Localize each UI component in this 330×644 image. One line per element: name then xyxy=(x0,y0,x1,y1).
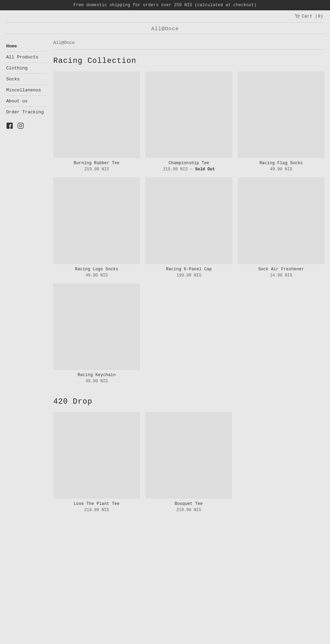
banner-text: Free domestic shipping for orders over 2… xyxy=(74,3,257,8)
product-name: Bouquet Tee xyxy=(145,501,232,506)
main-content: All@Once Racing CollectionBurning Rubber… xyxy=(53,37,330,536)
product-price: 49.90 NIS xyxy=(53,273,140,278)
product-name: Championship Tee xyxy=(145,161,232,166)
svg-point-0 xyxy=(297,18,297,19)
sidebar-item-socks[interactable]: Socks xyxy=(6,74,47,85)
product-card[interactable]: Love The Plant Tee219.90 NIS xyxy=(53,412,140,512)
nav-area: Home All Products Clothing Socks Miscell… xyxy=(0,34,330,536)
logo-top: All@Once xyxy=(6,22,324,34)
product-price: 219.90 NIS xyxy=(53,508,140,512)
svg-rect-2 xyxy=(18,123,23,128)
product-image xyxy=(53,412,140,499)
collection-title-1: 420 Drop xyxy=(53,397,324,406)
product-image xyxy=(53,177,140,264)
product-image xyxy=(238,177,324,264)
sidebar-item-clothing[interactable]: Clothing xyxy=(6,63,47,74)
sidebar-item-about[interactable]: About us xyxy=(6,96,47,107)
product-price: 219.90 NIS xyxy=(53,167,140,172)
product-price: 219.90 NIS — Sold Out xyxy=(145,167,232,172)
product-card[interactable]: Sock Air Freshener14.90 NIS xyxy=(238,177,324,278)
product-card[interactable]: Racing 6-Panel Cap199.90 NIS xyxy=(145,177,232,278)
cart-button[interactable]: Cart (0) xyxy=(295,14,323,19)
product-price: 49.90 NIS xyxy=(53,379,140,384)
sidebar: Home All Products Clothing Socks Miscell… xyxy=(0,37,53,536)
product-name: Racing 6-Panel Cap xyxy=(145,267,232,272)
product-name: Racing Logo Socks xyxy=(53,267,140,272)
cart-icon xyxy=(295,14,300,19)
logo-text-top: All@Once xyxy=(151,26,179,32)
product-card[interactable]: Championship Tee219.90 NIS — Sold Out xyxy=(145,71,232,172)
product-image xyxy=(238,71,324,158)
sold-out-label: Sold Out xyxy=(195,167,215,172)
product-card[interactable]: Racing Flag Socks49.90 NIS xyxy=(238,71,324,172)
product-name: Love The Plant Tee xyxy=(53,501,140,506)
sidebar-item-order-tracking[interactable]: Order Tracking xyxy=(6,107,47,117)
products-grid-1: Love The Plant Tee219.90 NISBouquet Tee2… xyxy=(53,412,232,512)
product-name: Racing Flag Socks xyxy=(238,161,324,166)
product-image xyxy=(53,71,140,158)
collection-section-1: 420 DropLove The Plant Tee219.90 NISBouq… xyxy=(53,397,324,512)
product-name: Racing Keychain xyxy=(53,373,140,377)
svg-point-3 xyxy=(20,125,22,127)
cart-label: Cart (0) xyxy=(302,14,323,19)
product-price: 14.90 NIS xyxy=(238,273,324,278)
collection-title-0: Racing Collection xyxy=(53,57,324,65)
sidebar-item-miscellaneous[interactable]: Miscellaneous xyxy=(6,85,47,96)
collection-section-0: Racing CollectionBurning Rubber Tee219.9… xyxy=(53,57,324,384)
products-grid-0: Burning Rubber Tee219.90 NISChampionship… xyxy=(53,71,324,384)
product-card[interactable]: Racing Logo Socks49.90 NIS xyxy=(53,177,140,278)
collections-container: Racing CollectionBurning Rubber Tee219.9… xyxy=(53,57,324,512)
breadcrumb-text: All@Once xyxy=(53,40,75,45)
product-card[interactable]: Racing Keychain49.90 NIS xyxy=(53,283,140,384)
product-name: Sock Air Freshener xyxy=(238,267,324,272)
product-card[interactable]: Bouquet Tee219.90 NIS xyxy=(145,412,232,512)
svg-point-1 xyxy=(298,18,299,19)
product-price: 49.90 NIS xyxy=(238,167,324,172)
svg-point-4 xyxy=(22,124,22,124)
cart-bar: Cart (0) xyxy=(0,10,330,22)
product-price: 219.90 NIS xyxy=(145,508,232,512)
social-icons xyxy=(6,117,47,129)
product-card[interactable]: Burning Rubber Tee219.90 NIS xyxy=(53,71,140,172)
sidebar-item-home[interactable]: Home xyxy=(6,41,47,52)
product-price: 199.90 NIS xyxy=(145,273,232,278)
product-name: Burning Rubber Tee xyxy=(53,161,140,166)
sidebar-item-all-products[interactable]: All Products xyxy=(6,52,47,63)
instagram-icon[interactable] xyxy=(17,122,24,129)
breadcrumb-bar: All@Once xyxy=(53,37,324,50)
facebook-icon[interactable] xyxy=(6,122,13,129)
product-image xyxy=(145,71,232,158)
product-image xyxy=(145,412,232,499)
top-banner: Free domestic shipping for orders over 2… xyxy=(0,0,330,10)
product-image xyxy=(53,283,140,370)
product-image xyxy=(145,177,232,264)
